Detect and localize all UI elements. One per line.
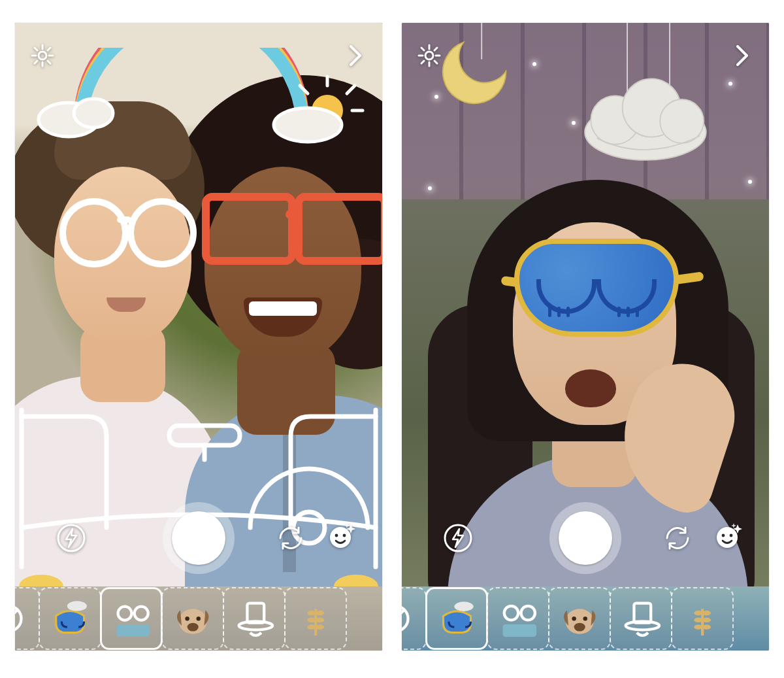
camera-screen-sleepy xyxy=(402,23,769,651)
svg-point-42 xyxy=(274,108,342,142)
shutter-inner-icon xyxy=(172,511,225,565)
svg-line-39 xyxy=(347,86,355,93)
shutter-inner-icon xyxy=(559,511,612,565)
settings-button[interactable] xyxy=(417,44,441,67)
svg-point-36 xyxy=(74,99,113,127)
filter-thumb-puppy[interactable] xyxy=(548,587,611,650)
shutter-button[interactable] xyxy=(549,502,621,574)
subject-mouth xyxy=(249,301,317,316)
filter-thumb-top-hat[interactable] xyxy=(610,587,672,650)
filter-tray[interactable] xyxy=(15,586,382,651)
filter-thumb-none[interactable] xyxy=(402,587,427,650)
filter-thumb-top-hat[interactable] xyxy=(223,587,286,650)
subject-mouth xyxy=(565,369,616,407)
filter-thumb-sleep-mask[interactable] xyxy=(39,587,101,650)
camera-viewport xyxy=(402,23,769,586)
red-glasses-overlay xyxy=(286,210,301,219)
filter-thumb-rainbow-road-trip[interactable] xyxy=(487,587,549,650)
switch-camera-button[interactable] xyxy=(663,524,692,552)
red-glasses-overlay xyxy=(202,193,296,265)
face-filters-button[interactable] xyxy=(714,523,744,553)
shutter-button[interactable] xyxy=(163,502,235,574)
red-glasses-overlay xyxy=(295,193,382,265)
filter-thumb-wheat[interactable] xyxy=(671,587,734,650)
flash-toggle[interactable] xyxy=(444,524,472,552)
filter-thumb-none[interactable] xyxy=(15,587,40,650)
sleep-mask-overlay xyxy=(514,239,679,337)
camera-screen-rainbow xyxy=(15,23,382,651)
settings-button[interactable] xyxy=(31,44,54,67)
round-glasses-overlay xyxy=(127,198,197,267)
filter-thumb-puppy[interactable] xyxy=(161,587,224,650)
filter-tray[interactable] xyxy=(402,586,769,651)
next-button[interactable] xyxy=(730,42,753,69)
round-glasses-overlay xyxy=(117,216,131,223)
round-glasses-overlay xyxy=(59,198,129,267)
next-button[interactable] xyxy=(343,42,367,69)
filter-thumb-sleep-mask[interactable] xyxy=(425,587,488,650)
switch-camera-button[interactable] xyxy=(276,524,305,552)
filter-thumb-rainbow-road-trip[interactable] xyxy=(100,587,163,650)
flash-toggle[interactable] xyxy=(57,524,86,552)
filter-thumb-wheat[interactable] xyxy=(284,587,347,650)
camera-viewport xyxy=(15,23,382,586)
face-filters-button[interactable] xyxy=(327,523,357,553)
